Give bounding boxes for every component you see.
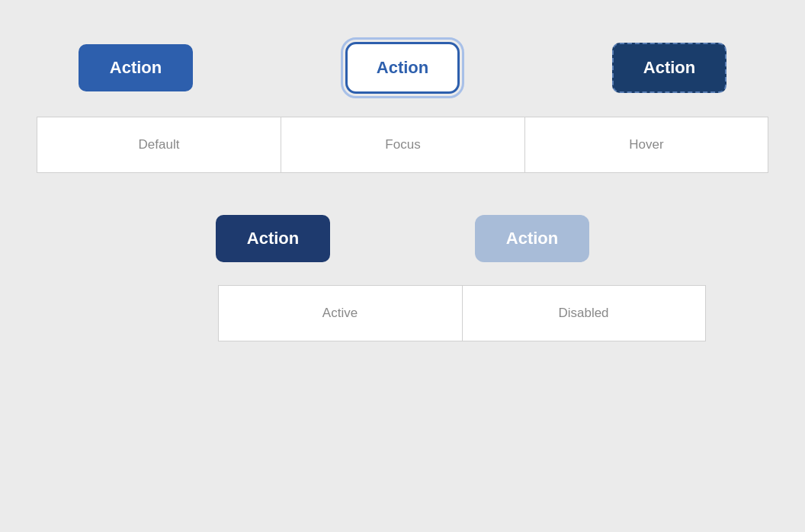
default-button[interactable]: Action xyxy=(79,44,193,91)
label-disabled: Disabled xyxy=(462,285,706,341)
label-hover: Hover xyxy=(524,117,768,173)
label-default: Default xyxy=(37,117,281,173)
main-container: Action Action Action Default Focus Hover… xyxy=(0,0,805,532)
labels-row-1: Default Focus Hover xyxy=(0,117,805,173)
button-row-1: Action Action Action xyxy=(0,0,805,94)
focus-button[interactable]: Action xyxy=(345,42,460,94)
label-active: Active xyxy=(218,285,462,341)
labels-row-2: Active Disabled xyxy=(0,285,805,341)
hover-button[interactable]: Action xyxy=(612,43,726,93)
button-row-2: Action Action xyxy=(0,215,805,262)
label-focus: Focus xyxy=(281,117,524,173)
labels-row-2-inner: Active Disabled xyxy=(218,285,706,341)
active-button[interactable]: Action xyxy=(216,215,330,262)
disabled-button: Action xyxy=(475,215,589,262)
